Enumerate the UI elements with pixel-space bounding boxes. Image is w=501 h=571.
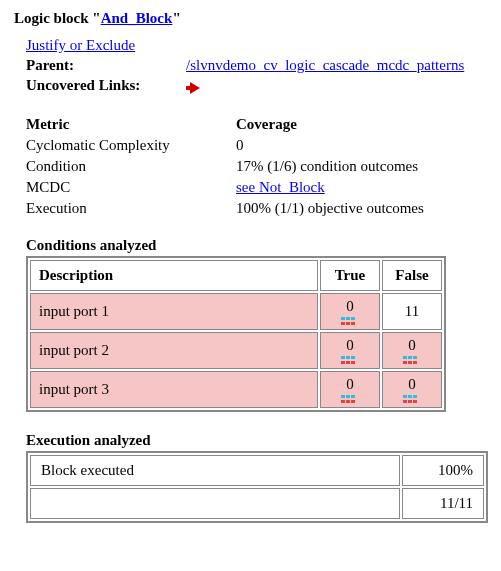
table-row: input port 2 0 0	[30, 332, 442, 369]
svg-rect-25	[408, 395, 412, 398]
table-row: Block executed 100%	[30, 455, 484, 486]
tally-icon	[341, 395, 359, 403]
metric-name: Condition	[26, 158, 236, 175]
arrow-right-icon[interactable]	[190, 81, 200, 98]
cond-false-value: 11	[405, 303, 419, 319]
tally-icon	[341, 317, 359, 325]
svg-rect-28	[408, 400, 412, 403]
cond-true-value: 0	[346, 337, 354, 354]
metric-name: Cyclomatic Complexity	[26, 137, 236, 154]
svg-rect-19	[346, 395, 350, 398]
svg-rect-2	[351, 317, 355, 320]
svg-rect-0	[341, 317, 345, 320]
svg-rect-5	[351, 322, 355, 325]
cond-true-value: 0	[346, 376, 354, 393]
metric-name: MCDC	[26, 179, 236, 196]
svg-rect-7	[346, 356, 350, 359]
title-block-link[interactable]: And_Block	[101, 10, 173, 26]
justify-exclude-link[interactable]: Justify or Exclude	[26, 37, 135, 54]
table-row: input port 3 0 0	[30, 371, 442, 408]
conditions-table: Description True False input port 1 0 11…	[26, 256, 446, 412]
uncovered-links-label: Uncovered Links:	[26, 77, 186, 94]
svg-rect-17	[413, 361, 417, 364]
cond-desc: input port 1	[30, 293, 318, 330]
cond-true-value: 0	[346, 298, 354, 315]
cond-desc: input port 3	[30, 371, 318, 408]
svg-rect-14	[413, 356, 417, 359]
metric-value: 17% (1/6) condition outcomes	[236, 158, 466, 175]
tally-icon	[341, 356, 359, 364]
svg-rect-3	[341, 322, 345, 325]
svg-rect-20	[351, 395, 355, 398]
svg-rect-11	[351, 361, 355, 364]
cond-true-cell[interactable]: 0	[320, 371, 380, 408]
cond-false-cell: 11	[382, 293, 442, 330]
svg-rect-6	[341, 356, 345, 359]
title-prefix: Logic block "	[14, 10, 101, 26]
metric-name: Execution	[26, 200, 236, 217]
conditions-title: Conditions analyzed	[26, 237, 487, 254]
execution-title: Execution analyzed	[26, 432, 487, 449]
exec-empty	[30, 488, 400, 519]
metrics-header-coverage: Coverage	[236, 116, 466, 133]
mcdc-link[interactable]: see Not_Block	[236, 179, 325, 195]
tally-icon	[403, 356, 421, 364]
title-suffix: "	[172, 10, 180, 26]
exec-value: 11/11	[402, 488, 484, 519]
svg-rect-13	[408, 356, 412, 359]
svg-rect-4	[346, 322, 350, 325]
svg-rect-1	[346, 317, 350, 320]
exec-value: 100%	[402, 455, 484, 486]
cond-false-cell[interactable]: 0	[382, 332, 442, 369]
svg-rect-8	[351, 356, 355, 359]
cond-true-cell[interactable]: 0	[320, 293, 380, 330]
col-description: Description	[30, 260, 318, 291]
tally-icon	[403, 395, 421, 403]
svg-rect-27	[403, 400, 407, 403]
parent-label: Parent:	[26, 57, 186, 74]
svg-rect-12	[403, 356, 407, 359]
svg-rect-29	[413, 400, 417, 403]
table-row: input port 1 0 11	[30, 293, 442, 330]
col-false: False	[382, 260, 442, 291]
svg-rect-22	[346, 400, 350, 403]
svg-rect-26	[413, 395, 417, 398]
svg-rect-15	[403, 361, 407, 364]
parent-link[interactable]: /slvnvdemo_cv_logic_cascade_mcdc_pattern…	[186, 57, 464, 74]
cond-desc: input port 2	[30, 332, 318, 369]
info-block: Justify or Exclude Parent: /slvnvdemo_cv…	[26, 37, 487, 94]
metric-value: 100% (1/1) objective outcomes	[236, 200, 466, 217]
svg-rect-16	[408, 361, 412, 364]
svg-rect-24	[403, 395, 407, 398]
metrics-table: Metric Coverage Cyclomatic Complexity 0 …	[26, 116, 487, 217]
table-header-row: Description True False	[30, 260, 442, 291]
metrics-header-metric: Metric	[26, 116, 236, 133]
svg-rect-18	[341, 395, 345, 398]
cond-false-value: 0	[408, 376, 416, 393]
execution-table: Block executed 100% 11/11	[26, 451, 488, 523]
table-row: 11/11	[30, 488, 484, 519]
cond-false-value: 0	[408, 337, 416, 354]
svg-rect-21	[341, 400, 345, 403]
svg-rect-10	[346, 361, 350, 364]
cond-false-cell[interactable]: 0	[382, 371, 442, 408]
svg-rect-9	[341, 361, 345, 364]
metric-value: 0	[236, 137, 466, 154]
page-title: Logic block "And_Block"	[14, 10, 487, 27]
exec-label: Block executed	[30, 455, 400, 486]
col-true: True	[320, 260, 380, 291]
cond-true-cell[interactable]: 0	[320, 332, 380, 369]
svg-rect-23	[351, 400, 355, 403]
